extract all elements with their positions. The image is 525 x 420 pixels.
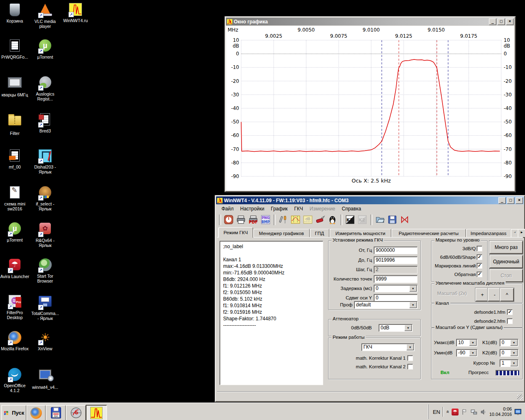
graph-settings-button[interactable] <box>290 214 301 226</box>
minimize-button[interactable]: _ <box>498 197 506 204</box>
menu-settings[interactable]: Настройки <box>237 205 268 212</box>
marker-inverse-checkbox[interactable]: ✓ <box>477 272 482 277</box>
channel1-button[interactable]: K1 <box>344 214 356 226</box>
desktop-icon-ifselect[interactable]: ↗if_select - Ярлык <box>30 185 60 211</box>
k2-select[interactable]: 0▼ <box>500 349 518 357</box>
dropdown-arrow-icon[interactable]: ▼ <box>510 340 518 346</box>
dropdown-arrow-icon[interactable]: ▼ <box>409 285 417 292</box>
measurement-info-panel[interactable]: ;no_label Канал 1 max:-4.16dB 9.013300MH… <box>219 241 323 385</box>
span-width-button[interactable] <box>399 214 410 226</box>
taskbar-editor-button[interactable]: -64- <box>46 405 66 420</box>
power-button[interactable] <box>223 214 234 226</box>
graph-window-titlebar[interactable]: Окно графика _ □ × <box>226 18 514 25</box>
desktop-icon-kvartsy[interactable]: кварцы 6МГц <box>0 75 30 97</box>
resize-grip[interactable] <box>517 395 523 400</box>
export-image-button[interactable]: PNGBMP <box>260 214 271 226</box>
channel2-button[interactable]: K2 <box>356 214 368 226</box>
taskbar-firefox-button[interactable] <box>26 405 46 420</box>
desktop-icon-auslogics[interactable]: ↗Auslogics Regist... <box>30 75 60 101</box>
k1-select[interactable]: 0▼ <box>500 339 518 347</box>
attenuator-select[interactable]: 0dB▼ <box>379 324 413 332</box>
tab-graph-manager[interactable]: Менеджер графиков <box>253 229 310 237</box>
tab-gpd[interactable]: ГПД <box>310 229 329 237</box>
print-button[interactable] <box>235 214 247 226</box>
collapse-chevron-icon[interactable]: » <box>445 411 451 413</box>
sweep-delay-select[interactable]: 0▼ <box>374 285 418 292</box>
close-button[interactable]: × <box>516 197 523 204</box>
tab-scroll-right-button[interactable]: ► <box>518 229 525 238</box>
tools-button[interactable] <box>277 214 289 226</box>
dropdown-arrow-icon[interactable]: ▼ <box>409 302 417 308</box>
dropdown-arrow-icon[interactable]: ▼ <box>510 350 518 356</box>
math-korrektur-kanal2-checkbox[interactable] <box>407 364 413 370</box>
desktop-icon-winnwt4ru[interactable]: ↗ WinNWT4.ru <box>61 2 90 23</box>
zoom-plus-button[interactable]: + <box>475 288 489 301</box>
mode-select[interactable]: ГКЧ▼ <box>361 343 415 351</box>
ymin-select[interactable]: -90▼ <box>456 349 477 357</box>
dropdown-arrow-icon[interactable]: ▼ <box>404 325 412 331</box>
desktop-icon-utorrent-2[interactable]: µ↗µTorrent <box>30 39 60 59</box>
zoom-minus-button[interactable]: - <box>488 288 502 301</box>
maximize-button[interactable]: □ <box>507 197 514 204</box>
dropdown-arrow-icon[interactable]: ▼ <box>406 344 414 350</box>
minimize-button[interactable]: _ <box>489 18 496 25</box>
dropdown-arrow-icon[interactable]: ▼ <box>469 350 477 356</box>
math-korrektur-kanal1-checkbox[interactable] <box>407 355 413 361</box>
taskbar-smithchart-button[interactable] <box>66 405 86 420</box>
tab-power-meter[interactable]: Измеритель мощности <box>329 229 391 237</box>
desktop-icon-shema-mini[interactable]: схема mini sw2016 <box>0 185 30 211</box>
tab-gkch-mode[interactable]: Режим ГКЧ <box>218 227 253 238</box>
show-desktop-icon[interactable] <box>514 408 523 416</box>
desktop-icon-openoffice[interactable]: ↗OpenOffice 4.1.2 <box>0 368 30 393</box>
tab-impedance[interactable]: Impedanzanpass <box>466 229 511 237</box>
open-file-button[interactable] <box>374 214 386 226</box>
db-scale-button[interactable]: dB <box>302 214 313 226</box>
menu-gkch[interactable]: ГКЧ <box>291 205 306 212</box>
desktop-icon-totalcmd[interactable]: ↗TotalComma... - Ярлык <box>30 294 60 321</box>
desktop-icon-prwqrgfo[interactable]: PrWQRGFo... <box>0 39 30 59</box>
menu-graph[interactable]: График <box>267 205 291 212</box>
sweep-to-input[interactable]: 9019996 <box>374 256 418 264</box>
desktop-icon-firefox[interactable]: ↗Mozilla Firefox <box>0 331 30 351</box>
language-indicator[interactable]: EN <box>433 409 440 415</box>
desktop-icon-recycle-bin[interactable]: Корзина <box>0 2 30 23</box>
dropdown-arrow-icon[interactable]: ▼ <box>469 340 477 346</box>
dropdown-arrow-icon[interactable]: ▼ <box>510 360 518 366</box>
save-file-button[interactable] <box>386 214 398 226</box>
desktop-icon-avira[interactable]: ☂↗Avira Launcher <box>0 258 30 279</box>
desktop-icon-bred3[interactable]: ↗Bred3 <box>30 112 60 133</box>
zoom-up-button[interactable]: ^ <box>500 288 514 301</box>
desktop-icon-tor[interactable]: ↗Start Tor Browser <box>30 258 60 283</box>
sweep-points-input[interactable]: 9999 <box>374 275 418 283</box>
close-button[interactable]: × <box>506 18 514 25</box>
run-continuous-button[interactable]: Много раз <box>489 241 523 254</box>
action-center-flag-icon[interactable] <box>461 409 468 415</box>
desktop-icon-dishal[interactable]: ↗Dishal203 - Ярлык <box>30 148 60 174</box>
filter-response-plot[interactable]: 1010dBdB00-10-10-20-20-30-30-40-40-50-50… <box>226 26 513 189</box>
menu-file[interactable]: Файл <box>218 205 237 212</box>
avira-tray-icon[interactable]: ☂ <box>452 409 459 415</box>
desktop-icon-rqx64[interactable]: ✿↗R&Qx64 - Ярлык <box>30 221 60 248</box>
desktop-icon-mf00[interactable]: mf_00 <box>0 148 30 169</box>
linux-tux-button[interactable] <box>326 214 338 226</box>
ymax-select[interactable]: 10▼ <box>456 339 477 347</box>
maximize-button[interactable]: □ <box>498 18 505 25</box>
tab-radio-calc[interactable]: Радиотехнические расчеты <box>391 229 466 237</box>
volume-icon[interactable] <box>480 409 487 415</box>
tray-clock[interactable]: 0:06 10.04.2016 <box>489 406 512 417</box>
marker-lines-checkbox[interactable]: ✓ <box>477 263 482 269</box>
desktop-icon-filterpro[interactable]: ♒↗FilterPro Desktop <box>0 294 30 320</box>
defsonde2-checkbox[interactable] <box>507 318 513 324</box>
network-icon[interactable] <box>470 409 477 415</box>
run-single-button[interactable]: Одиночный <box>489 255 523 268</box>
marker-6db-60db-checkbox[interactable]: ✓ <box>477 254 482 260</box>
defsonde1-checkbox[interactable]: ✓ <box>507 309 513 315</box>
start-button[interactable]: Пуск <box>1 405 27 420</box>
sweep-from-input[interactable]: 9000000 <box>374 247 418 254</box>
desktop-icon-utorrent-1[interactable]: µ↗µTorrent <box>0 221 30 242</box>
marker-3db-checkbox[interactable] <box>477 246 482 251</box>
menu-help[interactable]: Справка <box>338 205 364 212</box>
profile-select[interactable]: default▼ <box>354 301 418 309</box>
desktop-icon-winnwt-installer[interactable]: winnwt4_v4... <box>30 368 60 390</box>
taskbar-winnwt-button[interactable] <box>86 405 107 420</box>
